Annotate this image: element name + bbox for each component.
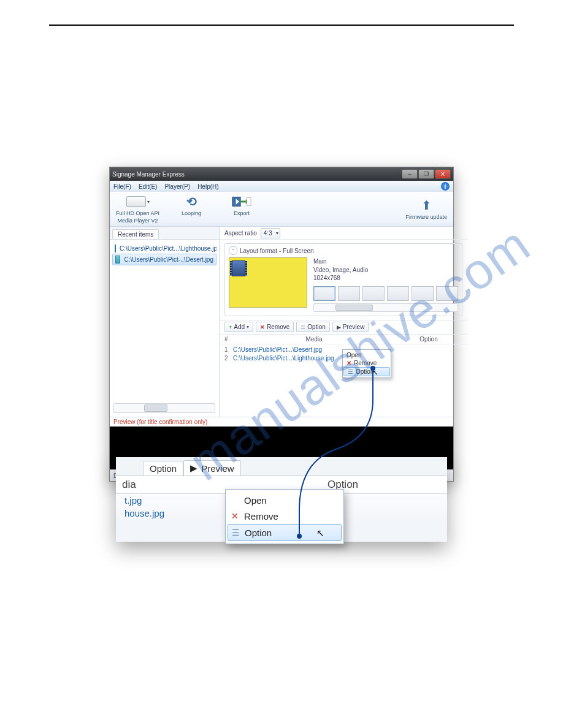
play-icon: ▶: [190, 463, 197, 474]
layout-header: Layout format - Full Screen: [240, 248, 314, 254]
layout-scrollbar[interactable]: [313, 303, 458, 312]
toolbar: ▾ Full HD Open API Media Player V2 ⟲ Loo…: [110, 192, 453, 227]
recent-item-path: C:\Users\Public\Pict...\Lighthouse.jpg: [120, 245, 216, 252]
looping-button[interactable]: ⟲ Looping: [173, 194, 210, 216]
layout-panel: ˄ Layout format - Full Screen Main Video…: [224, 243, 462, 316]
option-icon: ☰: [348, 368, 353, 375]
layout-meta-types: Video, Image, Audio: [313, 266, 458, 275]
layout-thumb[interactable]: [436, 286, 458, 301]
row-num: 1: [224, 346, 233, 353]
zoom-tab-option[interactable]: Option: [143, 461, 183, 476]
device-icon: [126, 196, 146, 207]
app-window: Signage Manager Express – ❐ X File(F) Ed…: [109, 167, 454, 482]
folder-icon: [115, 256, 120, 264]
x-icon: ✕: [347, 360, 351, 366]
firmware-update-button[interactable]: ⬆ Firmware update: [405, 198, 447, 220]
layout-meta-res: 1024x768: [313, 274, 458, 282]
tab-recent-items[interactable]: Recent items: [112, 229, 159, 239]
firmware-label: Firmware update: [405, 214, 447, 220]
menubar: File(F) Edit(E) Player(P) Help(H) i: [110, 181, 453, 192]
maximize-button[interactable]: ❐: [418, 169, 434, 179]
window-title: Signage Manager Express: [112, 171, 185, 178]
recent-items-panel: Recent items C:\Users\Public\Pict...\Lig…: [110, 227, 220, 417]
layout-preview[interactable]: [229, 257, 307, 308]
ctx-remove[interactable]: ✕ Remove: [226, 508, 343, 524]
menu-player[interactable]: Player(P): [164, 183, 190, 190]
firmware-icon: ⬆: [421, 198, 432, 213]
col-media: Media: [233, 336, 395, 343]
context-menu-zoom: Open ✕ Remove ☰ Option ↖: [225, 489, 344, 544]
svg-rect-3: [247, 197, 251, 205]
add-button[interactable]: +Add▾: [224, 322, 253, 332]
media-grid-header: # Media Option: [220, 335, 467, 344]
chevron-down-icon: ▾: [147, 199, 150, 205]
layout-thumb[interactable]: [412, 286, 434, 301]
zoom-callout: Option ▶Preview dia Option t.jpg house.j…: [116, 457, 447, 542]
row-num: 2: [224, 355, 233, 362]
aspect-ratio-select[interactable]: 4:3: [261, 228, 280, 238]
layout-thumb[interactable]: [387, 286, 409, 301]
cursor-icon: ↖: [316, 528, 324, 539]
device-selector[interactable]: ▾ Full HD Open API Media Player V2: [116, 194, 159, 224]
context-menu: Open ✕Remove ☰Option ↖: [342, 349, 391, 378]
loop-icon: ⟲: [186, 194, 197, 209]
ctx-option[interactable]: ☰Option: [343, 367, 390, 376]
aspect-ratio-label: Aspect ratio: [224, 230, 257, 237]
layout-thumbs: [313, 286, 458, 301]
ctx-open[interactable]: Open: [226, 492, 343, 508]
option-button[interactable]: ☰Option: [296, 322, 329, 332]
media-grid: 1 C:\Users\Public\Pict...\Desert.jpg 2 C…: [220, 344, 467, 384]
ctx-option[interactable]: ☰ Option: [228, 524, 342, 541]
plus-icon: +: [229, 324, 232, 330]
zoom-tab-preview[interactable]: ▶Preview: [183, 460, 240, 476]
col-num: #: [224, 336, 233, 343]
folder-icon: [115, 245, 116, 252]
recent-item[interactable]: C:\Users\Public\Pict...\Lighthouse.jpg: [112, 243, 216, 254]
collapse-icon[interactable]: ˄: [229, 246, 237, 255]
menu-edit[interactable]: Edit(E): [139, 183, 158, 190]
col-option: Option: [395, 336, 462, 343]
device-label-l1: Full HD Open API: [116, 210, 159, 216]
horizontal-scrollbar[interactable]: [113, 403, 215, 413]
export-label: Export: [234, 210, 250, 216]
device-label-l2: Media Player V2: [117, 218, 158, 224]
preview-label: Preview (for title confirmation only): [110, 417, 453, 427]
option-icon: ☰: [301, 324, 305, 330]
remove-button[interactable]: ✕Remove: [256, 322, 294, 332]
recent-item[interactable]: C:\Users\Public\Pict-..\Desert.jpg: [112, 254, 216, 265]
ctx-open[interactable]: Open: [343, 351, 391, 359]
looping-label: Looping: [182, 210, 201, 216]
minimize-button[interactable]: –: [402, 169, 418, 179]
x-icon: ✕: [260, 324, 265, 330]
zoom-col-media: dia: [116, 479, 239, 491]
layout-thumb[interactable]: [362, 286, 385, 301]
preview-button[interactable]: ▶Preview: [332, 322, 369, 332]
export-button[interactable]: Export: [223, 194, 260, 216]
option-icon: ☰: [230, 528, 241, 537]
ctx-remove[interactable]: ✕Remove: [343, 359, 391, 367]
titlebar: Signage Manager Express – ❐ X: [110, 167, 453, 181]
x-icon: ✕: [229, 511, 240, 521]
export-icon: [232, 194, 251, 209]
recent-item-path: C:\Users\Public\Pict-..\Desert.jpg: [124, 256, 213, 263]
menu-file[interactable]: File(F): [113, 183, 131, 190]
close-button[interactable]: X: [435, 169, 451, 179]
layout-thumb[interactable]: [313, 286, 335, 301]
menu-help[interactable]: Help(H): [197, 183, 218, 190]
info-icon[interactable]: i: [441, 182, 450, 191]
play-icon: ▶: [337, 324, 341, 330]
film-icon: [232, 260, 245, 276]
cursor-icon: ↖: [372, 368, 378, 377]
layout-meta-title: Main: [313, 257, 458, 266]
layout-thumb[interactable]: [338, 286, 360, 301]
